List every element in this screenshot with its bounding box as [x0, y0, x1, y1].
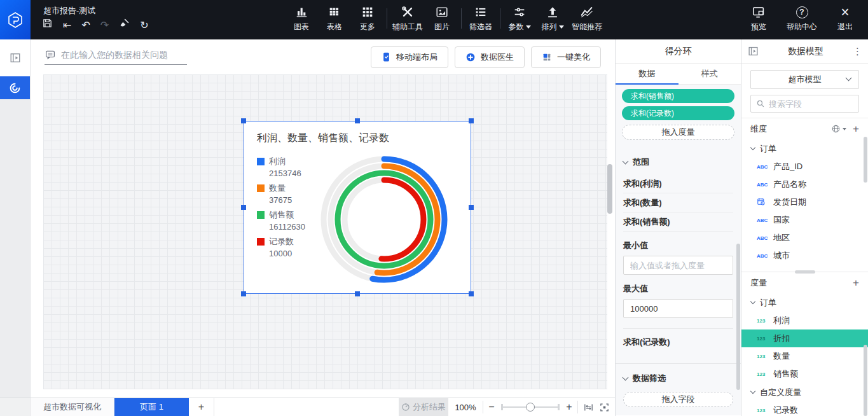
resize-handle[interactable]	[241, 291, 246, 296]
zoom-in-button[interactable]: +	[561, 398, 577, 416]
legend-item[interactable]: 记录数 10000	[257, 236, 305, 258]
resize-handle[interactable]	[469, 118, 474, 123]
resize-handle[interactable]	[469, 205, 474, 210]
measure-group-custom[interactable]: 自定义度量	[741, 383, 868, 401]
canvas-scrollbar[interactable]	[607, 164, 612, 214]
range-row[interactable]: 求和(利润)	[623, 174, 733, 193]
zoom-out-button[interactable]: −	[483, 398, 500, 416]
add-dimension-button[interactable]: +	[853, 125, 859, 134]
dimension-field[interactable]: ABC 产品_ID	[741, 158, 868, 176]
page-tab-active[interactable]: 页面 1	[114, 398, 189, 416]
close-icon: ×	[841, 4, 849, 20]
fit-width-icon[interactable]	[583, 402, 594, 413]
drop-field-zone[interactable]: 拖入字段	[623, 392, 733, 407]
add-measure-button[interactable]: +	[853, 279, 859, 288]
range-row[interactable]: 求和(销售额)	[623, 212, 733, 232]
ask-data-input[interactable]	[61, 50, 182, 60]
panel-scrollbar[interactable]	[736, 244, 740, 390]
tab-data[interactable]: 数据	[616, 64, 679, 84]
toolbar-item-smart-recommend[interactable]: 智能推荐	[572, 4, 602, 32]
filter-section-header[interactable]: 数据筛选	[623, 373, 733, 384]
refresh-icon[interactable]: ↻	[140, 18, 148, 32]
back-to-start-icon[interactable]: ⇤	[63, 18, 71, 32]
add-page-button[interactable]: +	[189, 398, 214, 416]
slider-knob[interactable]	[526, 403, 535, 412]
panel-collapse-icon[interactable]	[748, 46, 759, 57]
measure-group-orders[interactable]: 订单	[741, 293, 868, 312]
zoom-slider[interactable]	[500, 398, 561, 416]
toolbar-item-filter[interactable]: 筛选器	[467, 4, 495, 32]
legend-item[interactable]: 销售额 16112630	[257, 209, 305, 232]
toolbar-item-image[interactable]: 图片	[428, 4, 456, 32]
measure-field[interactable]: 123 利润	[741, 312, 868, 329]
preview-button[interactable]: 预览	[745, 4, 773, 32]
grid-dots-icon	[361, 4, 375, 20]
hexagon-logo-icon	[7, 11, 24, 28]
toolbar-item-table[interactable]: 表格	[320, 4, 348, 32]
clean-brush-icon[interactable]	[119, 18, 130, 32]
range-row[interactable]: 求和(记录数)	[623, 328, 733, 348]
text-type-icon: ABC	[757, 218, 768, 223]
dimension-field[interactable]: ABC 地区	[741, 229, 868, 247]
data-doctor-button[interactable]: 数据医生	[455, 46, 525, 68]
range-section-header[interactable]: 范围	[623, 156, 733, 168]
measure-field[interactable]: 123 数量	[741, 347, 868, 365]
help-center-button[interactable]: ? 帮助中心	[787, 4, 817, 32]
panel-scrollbar[interactable]	[864, 137, 867, 183]
document-tab[interactable]: 超市数据可视化	[31, 398, 114, 416]
min-value-input[interactable]	[623, 256, 733, 275]
drop-measure-zone[interactable]: 拖入度量	[622, 125, 734, 140]
save-icon[interactable]	[42, 18, 53, 32]
globe-filter-button[interactable]	[831, 124, 846, 134]
resize-handle[interactable]	[241, 205, 246, 210]
dimension-field[interactable]: 发货日期	[741, 193, 868, 211]
kebab-menu-icon[interactable]: ⋮	[853, 46, 862, 57]
resize-handle[interactable]	[469, 291, 474, 296]
app-logo[interactable]	[0, 0, 31, 39]
measure-pill-records[interactable]: 求和(记录数)	[622, 106, 734, 120]
resize-grip[interactable]	[795, 270, 815, 274]
toolbar-item-chart[interactable]: 图表	[287, 4, 315, 32]
chat-bubble-icon	[45, 49, 56, 60]
undo-icon[interactable]: ↶	[81, 18, 90, 32]
measure-pill-sales[interactable]: 求和(销售额)	[622, 89, 734, 103]
toolbar-item-arrange[interactable]: 排列	[539, 4, 567, 32]
exit-button[interactable]: × 退出	[831, 4, 859, 32]
filter-list-icon	[474, 4, 488, 20]
dimension-field[interactable]: ABC 国家	[741, 211, 868, 229]
analysis-result-button[interactable]: 分析结果	[399, 398, 448, 416]
rail-item-dashboard[interactable]	[0, 76, 30, 99]
monitor-icon	[752, 4, 766, 20]
resize-handle[interactable]	[355, 291, 360, 296]
max-value-input[interactable]	[623, 299, 733, 318]
redo-icon[interactable]: ↷	[100, 18, 109, 32]
toolbar-item-more[interactable]: 更多	[354, 4, 382, 32]
dimension-field[interactable]: ABC 产品名称	[741, 176, 868, 193]
resize-handle[interactable]	[355, 118, 360, 123]
panel-scrollbar[interactable]	[864, 345, 867, 416]
model-select[interactable]: 超市模型	[750, 70, 859, 89]
resize-handle[interactable]	[241, 118, 246, 123]
dimension-field[interactable]: ABC 城市	[741, 247, 868, 265]
measure-field[interactable]: 123 销售额	[741, 365, 868, 383]
left-rail	[0, 39, 31, 416]
toolbar-item-parameters[interactable]: 参数	[506, 4, 534, 32]
legend-item[interactable]: 利润 2153746	[257, 156, 305, 178]
legend-item[interactable]: 数量 37675	[257, 183, 305, 205]
mobile-layout-button[interactable]: 移动端布局	[371, 46, 448, 68]
measure-field-selected[interactable]: 123 折扣	[741, 329, 868, 347]
one-click-beautify-button[interactable]: 一键美化	[531, 46, 601, 68]
search-field-input[interactable]	[769, 99, 853, 109]
tab-style[interactable]: 样式	[679, 64, 741, 84]
measure-field[interactable]: 123 记录数	[741, 401, 868, 416]
rail-collapse-button[interactable]	[0, 39, 30, 76]
dimension-group-orders[interactable]: 订单	[741, 139, 868, 158]
top-toolbar: 超市报告-测试 ⇤ ↶ ↷ ↻ 图表	[0, 0, 868, 39]
section-resize-divider	[741, 265, 868, 272]
chevron-down-icon	[750, 298, 755, 303]
toolbar-item-aux-tools[interactable]: 辅助工具	[392, 4, 423, 32]
score-ring-widget[interactable]: 利润、数量、销售额、记录数 利润 2153746 数量 37675 销售额 16…	[244, 121, 471, 294]
app-window: 超市报告-测试 ⇤ ↶ ↷ ↻ 图表	[0, 0, 868, 416]
fit-screen-icon[interactable]	[599, 402, 610, 413]
range-row[interactable]: 求和(数量)	[623, 193, 733, 212]
